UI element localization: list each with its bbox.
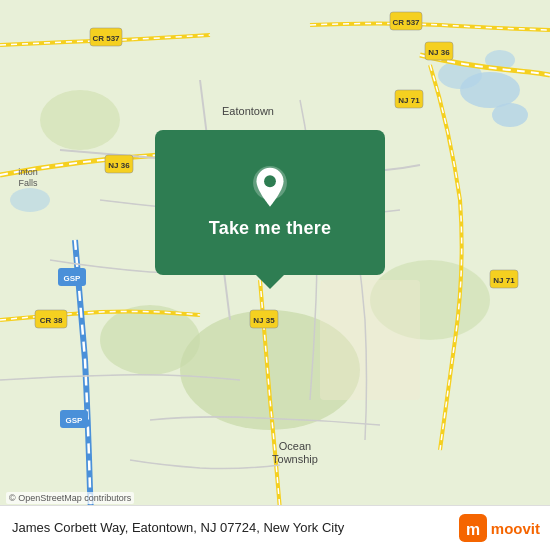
svg-rect-10: [320, 280, 420, 400]
svg-text:NJ 71: NJ 71: [398, 96, 420, 105]
svg-point-37: [264, 175, 276, 187]
take-me-there-button[interactable]: Take me there: [155, 130, 385, 275]
moovit-m-icon: m: [459, 514, 487, 542]
svg-point-5: [10, 188, 50, 212]
svg-text:inton: inton: [18, 167, 38, 177]
svg-text:CR 537: CR 537: [392, 18, 420, 27]
svg-text:GSP: GSP: [66, 416, 84, 425]
address-text: James Corbett Way, Eatontown, NJ 07724, …: [12, 520, 459, 537]
svg-text:NJ 71: NJ 71: [493, 276, 515, 285]
svg-text:Falls: Falls: [18, 178, 38, 188]
svg-text:Ocean: Ocean: [279, 440, 311, 452]
map-container: CR 537 CR 537 NJ 36 NJ 36 NJ 71 NJ 71 NJ…: [0, 0, 550, 550]
svg-text:NJ 36: NJ 36: [428, 48, 450, 57]
location-pin-icon: [248, 166, 292, 210]
svg-text:Eatontown: Eatontown: [222, 105, 274, 117]
svg-point-9: [40, 90, 120, 150]
svg-text:CR 38: CR 38: [40, 316, 63, 325]
svg-text:CR 537: CR 537: [92, 34, 120, 43]
svg-text:Township: Township: [272, 453, 318, 465]
svg-text:NJ 36: NJ 36: [108, 161, 130, 170]
svg-text:NJ 35: NJ 35: [253, 316, 275, 325]
svg-text:m: m: [466, 521, 480, 538]
moovit-logo: m moovit: [459, 514, 540, 542]
bottom-bar: James Corbett Way, Eatontown, NJ 07724, …: [0, 505, 550, 550]
osm-attribution: © OpenStreetMap contributors: [6, 492, 134, 504]
cta-label-text: Take me there: [209, 218, 331, 239]
svg-point-2: [492, 103, 528, 127]
svg-text:GSP: GSP: [64, 274, 82, 283]
moovit-wordmark: moovit: [491, 520, 540, 537]
